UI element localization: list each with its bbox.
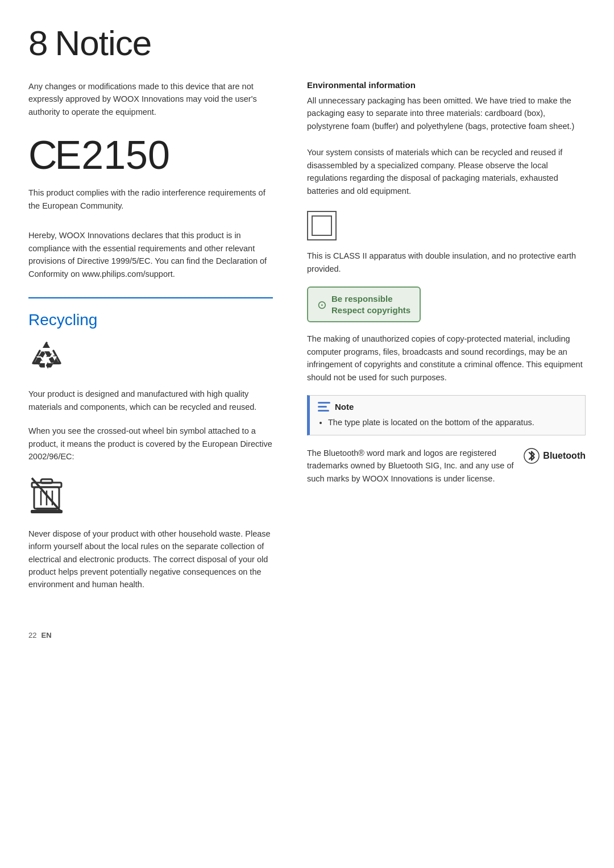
bluetooth-logo-text: Bluetooth: [543, 451, 586, 461]
bluetooth-section: The Bluetooth® word mark and logos are r…: [307, 447, 586, 485]
section-header: 8Notice: [28, 23, 586, 63]
note-header: Note: [318, 401, 577, 412]
disposal-text: Never dispose of your product with other…: [28, 528, 273, 591]
bluetooth-logo: Bluetooth: [524, 448, 586, 464]
recycle-text-1: Your product is designed and manufacture…: [28, 388, 273, 413]
bluetooth-icon: [524, 448, 540, 464]
bluetooth-text: The Bluetooth® word mark and logos are r…: [307, 447, 518, 485]
env-title: Environmental information: [307, 80, 586, 90]
note-lines-icon: [318, 401, 330, 412]
ce-mark-block: CE 2150: [28, 135, 273, 175]
section-title: Notice: [55, 23, 151, 63]
page-number: 22: [28, 631, 36, 639]
intro-text: Any changes or modifications made to thi…: [28, 80, 273, 118]
note-item: The type plate is located on the bottom …: [328, 416, 577, 429]
copyright-badge-text: Be responsible Respect copyrights: [331, 293, 410, 315]
copyright-text: The making of unauthorized copies of cop…: [307, 333, 586, 384]
section-divider: [28, 297, 273, 298]
page-footer: 22 EN: [28, 631, 586, 639]
ce-number: 2150: [81, 135, 170, 175]
svg-text:♻: ♻: [34, 346, 56, 374]
copyright-badge: ⊙ Be responsible Respect copyrights: [307, 286, 421, 322]
env-text-1: All unnecessary packaging has been omitt…: [307, 94, 586, 132]
class2-text: This is CLASS II apparatus with double i…: [307, 250, 586, 275]
class2-icon: [307, 211, 586, 240]
left-column: Any changes or modifications made to thi…: [28, 80, 273, 603]
note-box: Note The type plate is located on the bo…: [307, 395, 586, 435]
compliance-text-1: This product complies with the radio int…: [28, 186, 273, 212]
lang-code: EN: [41, 631, 51, 639]
page-container: 8Notice Any changes or modifications mad…: [28, 23, 586, 639]
note-content: The type plate is located on the bottom …: [318, 416, 577, 429]
copyright-badge-icon: ⊙: [317, 298, 327, 312]
note-label: Note: [335, 402, 354, 412]
recycling-title: Recycling: [28, 311, 273, 329]
section-number: 8: [28, 23, 48, 63]
crossed-bin-icon: [28, 475, 273, 517]
recycle-icon: ♻: [28, 339, 273, 377]
env-text-2: Your system consists of materials which …: [307, 146, 586, 197]
right-column: Environmental information All unnecessar…: [296, 80, 586, 603]
recycle-text-2: When you see the crossed-out wheel bin s…: [28, 425, 273, 463]
svg-rect-8: [41, 479, 52, 483]
ce-logo: CE: [28, 135, 79, 175]
svg-rect-15: [31, 510, 63, 513]
compliance-text-2: Hereby, WOOX Innovations declares that t…: [28, 229, 273, 280]
